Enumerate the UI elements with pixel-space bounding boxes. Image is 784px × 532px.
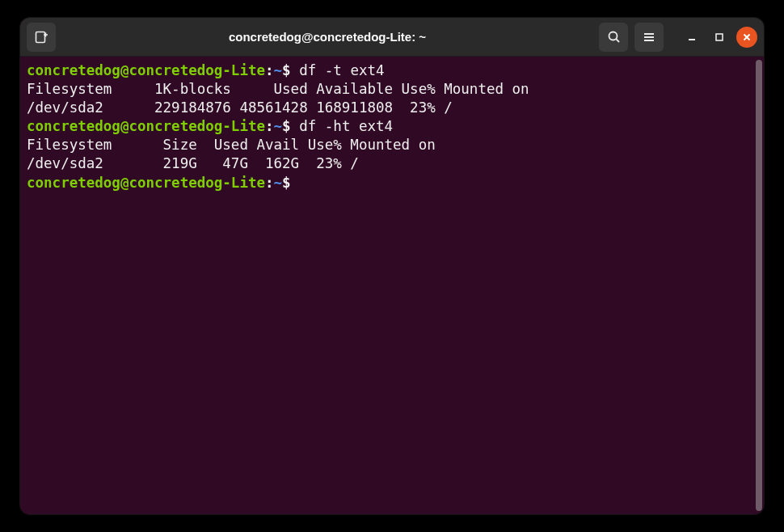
- output-line: Filesystem 1K-blocks Used Available Use%…: [27, 80, 761, 99]
- terminal-line: concretedog@concretedog-Lite:~$: [27, 174, 761, 192]
- svg-point-3: [609, 32, 617, 40]
- prompt-path: ~: [274, 175, 283, 191]
- search-button[interactable]: [599, 23, 628, 52]
- terminal-window: concretedog@concretedog-Lite: ~: [20, 18, 764, 514]
- maximize-button[interactable]: [709, 27, 730, 48]
- svg-rect-9: [716, 34, 723, 40]
- close-button[interactable]: [736, 27, 757, 48]
- prompt-user-host: concretedog@concretedog-Lite: [27, 175, 265, 191]
- prompt-colon: :: [265, 175, 274, 191]
- minimize-icon: [687, 32, 697, 42]
- hamburger-icon: [643, 31, 655, 44]
- search-icon: [607, 30, 621, 44]
- output-line: /dev/sda2 229184876 48561428 168911808 2…: [27, 99, 761, 117]
- svg-rect-0: [36, 32, 45, 42]
- maximize-icon: [714, 32, 724, 42]
- window-title: concretedog@concretedog-Lite: ~: [56, 30, 599, 44]
- minimize-button[interactable]: [681, 27, 702, 48]
- prompt-symbol: $: [282, 118, 291, 134]
- prompt-path: ~: [274, 62, 283, 78]
- new-tab-button[interactable]: [27, 23, 56, 52]
- terminal-line: concretedog@concretedog-Lite:~$ df -ht e…: [27, 117, 761, 136]
- output-line: /dev/sda2 219G 47G 162G 23% /: [27, 154, 761, 173]
- prompt-symbol: $: [282, 175, 291, 191]
- terminal-body[interactable]: concretedog@concretedog-Lite:~$ df -t ex…: [20, 57, 764, 514]
- command-text: df -t ext4: [299, 62, 384, 78]
- prompt-colon: :: [265, 118, 274, 134]
- titlebar: concretedog@concretedog-Lite: ~: [20, 18, 764, 57]
- new-tab-icon: [34, 30, 48, 44]
- prompt-symbol: $: [282, 62, 291, 78]
- prompt-path: ~: [274, 118, 283, 134]
- prompt-user-host: concretedog@concretedog-Lite: [27, 118, 265, 134]
- prompt-colon: :: [265, 62, 274, 78]
- prompt-user-host: concretedog@concretedog-Lite: [27, 62, 265, 78]
- scrollbar[interactable]: [756, 60, 762, 511]
- terminal-line: concretedog@concretedog-Lite:~$ df -t ex…: [27, 61, 761, 80]
- menu-button[interactable]: [634, 23, 664, 52]
- output-line: Filesystem Size Used Avail Use% Mounted …: [27, 136, 761, 154]
- command-text: df -ht ext4: [299, 118, 393, 134]
- close-icon: [742, 32, 752, 42]
- svg-line-4: [616, 40, 619, 43]
